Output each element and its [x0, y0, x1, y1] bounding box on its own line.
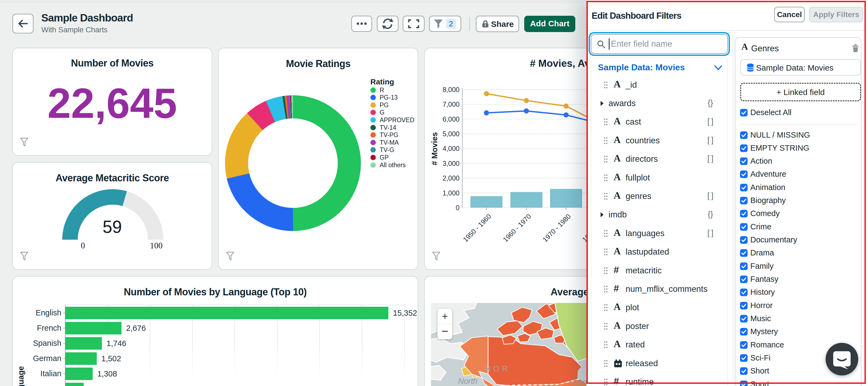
- svg-text:French: French: [37, 323, 61, 332]
- svg-text:1950 - 1960: 1950 - 1960: [461, 212, 492, 243]
- svg-text:7,000: 7,000: [442, 100, 460, 108]
- svg-text:# Movies: # Movies: [430, 132, 439, 166]
- svg-text:Language: Language: [17, 366, 25, 386]
- svg-text:North: North: [458, 377, 477, 385]
- svg-text:6,000: 6,000: [442, 115, 460, 123]
- svg-text:2,000: 2,000: [442, 174, 460, 182]
- svg-text:5,000: 5,000: [442, 130, 460, 138]
- svg-text:1,746: 1,746: [106, 339, 126, 348]
- svg-text:2,676: 2,676: [126, 324, 146, 332]
- svg-text:8,000: 8,000: [442, 86, 460, 93]
- svg-text:4,000: 4,000: [442, 145, 460, 152]
- svg-text:1,502: 1,502: [101, 354, 121, 363]
- svg-text:Italian: Italian: [40, 369, 61, 378]
- svg-text:NOR: NOR: [485, 364, 510, 373]
- svg-text:15,352: 15,352: [393, 309, 417, 317]
- svg-text:0: 0: [456, 204, 460, 211]
- svg-text:1960 - 1970: 1960 - 1970: [501, 212, 532, 243]
- svg-text:Spanish: Spanish: [33, 339, 61, 347]
- svg-text:3,000: 3,000: [442, 160, 460, 167]
- svg-text:English: English: [36, 308, 61, 317]
- svg-text:German: German: [33, 354, 61, 363]
- svg-text:1,000: 1,000: [442, 189, 460, 197]
- svg-text:1,308: 1,308: [97, 370, 117, 378]
- svg-text:1970 - 1980: 1970 - 1980: [541, 212, 572, 243]
